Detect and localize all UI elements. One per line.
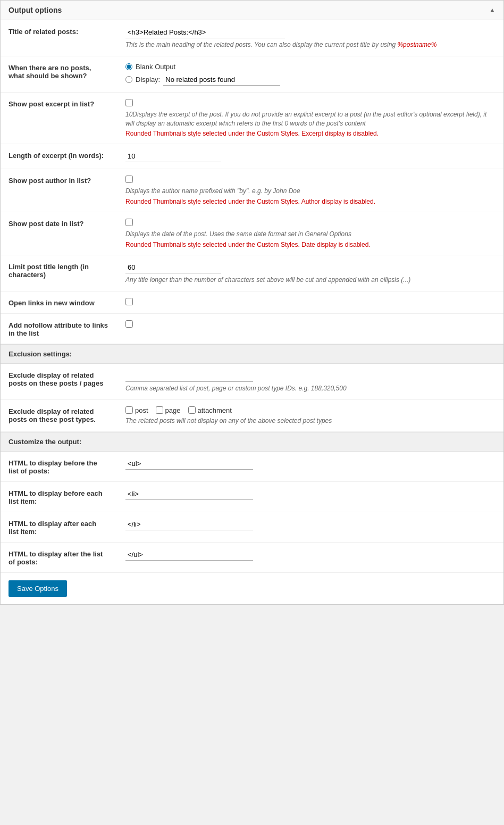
show-author-checkbox[interactable]: [125, 176, 133, 183]
field-exclude-types: post page attachment The related posts w…: [117, 399, 503, 432]
row-show-excerpt: Show post excerpt in list? 10Displays th…: [1, 92, 503, 144]
field-nofollow: [117, 313, 503, 344]
section-title: Output options: [9, 6, 62, 14]
row-no-posts: When there are no posts, what should be …: [1, 56, 503, 92]
post-type-page: page: [156, 406, 181, 414]
label-open-links: Open links in new window: [1, 291, 117, 313]
label-limit-title: Limit post title length (in characters): [1, 255, 117, 291]
label-after-item: HTML to display after each list item:: [1, 512, 117, 543]
title-related-posts-desc: This is the main heading of the related …: [125, 40, 495, 49]
exclude-posts-input[interactable]: [125, 370, 253, 382]
post-type-attachment-checkbox[interactable]: [188, 406, 196, 414]
exclude-types-desc: The related posts will not display on an…: [125, 416, 495, 426]
field-exclude-posts: Comma separated list of post, page or cu…: [117, 364, 503, 399]
field-after-list: [117, 543, 503, 573]
show-date-desc: Displays the date of the post. Uses the …: [125, 230, 495, 239]
row-exclude-types: Exclude display of related posts on thes…: [1, 399, 503, 432]
field-title-related-posts: This is the main heading of the related …: [117, 20, 503, 56]
show-author-desc: Displays the author name prefixed with "…: [125, 187, 495, 196]
label-exclude-types: Exclude display of related posts on thes…: [1, 399, 117, 432]
label-exclude-posts: Exclude display of related posts on thes…: [1, 364, 117, 399]
label-before-item: HTML to display before each list item:: [1, 482, 117, 512]
after-item-input[interactable]: [125, 519, 253, 530]
label-nofollow: Add nofollow attribute to links in the l…: [1, 313, 117, 344]
row-excerpt-length: Length of excerpt (in words):: [1, 144, 503, 169]
field-before-list: [117, 452, 503, 482]
customize-header: Customize the output:: [1, 432, 503, 452]
after-list-input[interactable]: [125, 549, 253, 561]
label-before-list: HTML to display before the list of posts…: [1, 452, 117, 482]
post-type-page-checkbox[interactable]: [156, 406, 163, 414]
output-options-form: Title of related posts: This is the main…: [1, 20, 503, 344]
radio-display-label: Display:: [136, 76, 160, 84]
exclude-posts-desc: Comma separated list of post, page or cu…: [125, 384, 495, 393]
radio-blank-output[interactable]: [125, 63, 132, 70]
before-list-input[interactable]: [125, 458, 253, 470]
row-before-list: HTML to display before the list of posts…: [1, 452, 503, 482]
customize-form: HTML to display before the list of posts…: [1, 452, 503, 573]
label-title-related-posts: Title of related posts:: [1, 20, 117, 56]
title-related-posts-input[interactable]: [125, 27, 285, 38]
label-excerpt-length: Length of excerpt (in words):: [1, 144, 117, 169]
show-author-desc-red: Rounded Thumbnails style selected under …: [125, 198, 495, 205]
row-after-item: HTML to display after each list item:: [1, 512, 503, 543]
row-before-item: HTML to display before each list item:: [1, 482, 503, 512]
before-item-input[interactable]: [125, 488, 253, 500]
radio-display[interactable]: [125, 76, 132, 83]
section-header: Output options ▲: [1, 1, 503, 20]
field-show-author: Displays the author name prefixed with "…: [117, 169, 503, 212]
field-after-item: [117, 512, 503, 543]
radio-blank-label: Blank Output: [136, 63, 175, 71]
post-type-checkboxes: post page attachment: [125, 406, 495, 414]
field-limit-title: Any title longer than the number of char…: [117, 255, 503, 291]
field-open-links: [117, 291, 503, 313]
show-date-checkbox[interactable]: [125, 219, 133, 226]
show-date-desc-red: Rounded Thumbnails style selected under …: [125, 241, 495, 248]
exclusion-form: Exclude display of related posts on thes…: [1, 364, 503, 432]
post-type-post-checkbox[interactable]: [125, 406, 133, 414]
limit-title-input[interactable]: [125, 262, 221, 273]
no-posts-radio-group: Blank Output Display:: [125, 63, 495, 86]
row-show-author: Show post author in list? Displays the a…: [1, 169, 503, 212]
output-options-panel: Output options ▲ Title of related posts:…: [0, 0, 504, 605]
field-before-item: [117, 482, 503, 512]
show-excerpt-desc: 10Displays the excerpt of the post. If y…: [125, 110, 495, 128]
label-no-posts: When there are no posts, what should be …: [1, 56, 117, 92]
save-options-button[interactable]: Save Options: [9, 580, 67, 597]
row-open-links: Open links in new window: [1, 291, 503, 313]
open-links-checkbox[interactable]: [125, 298, 133, 305]
no-posts-display-input[interactable]: [163, 74, 280, 86]
post-type-post: post: [125, 406, 148, 414]
show-excerpt-desc-red: Rounded Thumbnails style selected under …: [125, 130, 495, 137]
toggle-icon[interactable]: ▲: [489, 6, 495, 14]
radio-display-row: Display:: [125, 74, 495, 86]
radio-blank-row: Blank Output: [125, 63, 495, 71]
label-show-excerpt: Show post excerpt in list?: [1, 92, 117, 144]
exclusion-header: Exclusion settings:: [1, 344, 503, 364]
limit-title-desc: Any title longer than the number of char…: [125, 276, 495, 285]
nofollow-checkbox[interactable]: [125, 320, 133, 328]
field-no-posts: Blank Output Display:: [117, 56, 503, 92]
row-nofollow: Add nofollow attribute to links in the l…: [1, 313, 503, 344]
save-section: Save Options: [1, 573, 503, 604]
post-type-attachment: attachment: [188, 406, 232, 414]
excerpt-length-input[interactable]: [125, 151, 221, 162]
label-show-author: Show post author in list?: [1, 169, 117, 212]
label-after-list: HTML to display after the list of posts:: [1, 543, 117, 573]
field-show-date: Displays the date of the post. Uses the …: [117, 212, 503, 255]
field-excerpt-length: [117, 144, 503, 169]
row-show-date: Show post date in list? Displays the dat…: [1, 212, 503, 255]
postname-token: %postname%: [397, 41, 436, 48]
row-after-list: HTML to display after the list of posts:: [1, 543, 503, 573]
row-exclude-posts: Exclude display of related posts on thes…: [1, 364, 503, 399]
label-show-date: Show post date in list?: [1, 212, 117, 255]
show-excerpt-checkbox[interactable]: [125, 99, 133, 106]
row-title-related-posts: Title of related posts: This is the main…: [1, 20, 503, 56]
row-limit-title: Limit post title length (in characters) …: [1, 255, 503, 291]
field-show-excerpt: 10Displays the excerpt of the post. If y…: [117, 92, 503, 144]
